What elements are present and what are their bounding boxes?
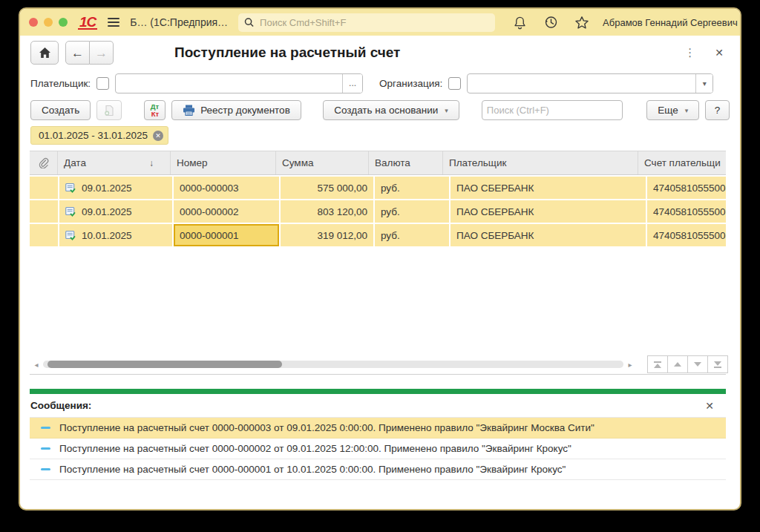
messages-list: Поступление на расчетный счет 0000-00000…: [30, 417, 726, 480]
payer-account-cell[interactable]: 4740581055500: [647, 177, 726, 199]
message-item[interactable]: Поступление на расчетный счет 0000-00000…: [30, 459, 726, 480]
scroll-left-icon[interactable]: ◂: [30, 361, 43, 369]
1c-logo: 1С: [78, 16, 97, 30]
search-icon: [244, 17, 254, 27]
payer-cell[interactable]: ПАО СБЕРБАНК: [451, 224, 646, 246]
attachment-cell[interactable]: [30, 200, 58, 223]
amount-cell[interactable]: 803 120,00: [281, 200, 373, 223]
payer-filter-checkbox[interactable]: [96, 77, 109, 90]
payer-cell[interactable]: ПАО СБЕРБАНК: [451, 200, 646, 223]
table-row-current[interactable]: 10.01.2025 0000-000001 319 012,00 руб. П…: [30, 224, 726, 246]
attachments-column-header[interactable]: [30, 151, 58, 174]
window-tab-label[interactable]: Б… (1С:Предприя…: [130, 16, 228, 28]
close-form-icon[interactable]: ✕: [709, 44, 730, 62]
column-header-payer-account[interactable]: Счет плательщи: [638, 151, 726, 174]
close-window-button[interactable]: [29, 18, 38, 27]
date-value: 09.01.2025: [82, 183, 132, 194]
number-cell[interactable]: 0000-000002: [174, 200, 279, 223]
dt-label: Дт: [151, 103, 159, 111]
message-item[interactable]: Поступление на расчетный счет 0000-00000…: [30, 439, 726, 459]
app-window: 1С Б… (1С:Предприя… Абрамов Генн: [19, 7, 741, 510]
column-header-date[interactable]: Дата ↓: [58, 151, 171, 174]
row-navigation-buttons: [647, 355, 728, 373]
help-button[interactable]: ?: [705, 100, 730, 120]
home-button[interactable]: [30, 41, 59, 65]
scroll-right-icon[interactable]: ▸: [623, 361, 637, 369]
org-filter-checkbox[interactable]: [448, 77, 461, 90]
currency-cell[interactable]: руб.: [375, 200, 449, 223]
column-header-payer[interactable]: Плательщик: [443, 151, 638, 174]
amount-cell[interactable]: 575 000,00: [281, 177, 373, 199]
copy-document-icon: [103, 105, 115, 116]
period-filter-label: 01.01.2025 - 31.01.2025: [39, 130, 148, 141]
forward-button[interactable]: →: [90, 41, 114, 65]
currency-cell[interactable]: руб.: [375, 224, 449, 246]
back-button[interactable]: ←: [65, 41, 90, 65]
titlebar-icons: [513, 15, 589, 30]
global-search[interactable]: [238, 13, 495, 32]
global-search-input[interactable]: [258, 16, 489, 29]
column-header-amount[interactable]: Сумма: [276, 151, 369, 174]
payer-filter-field: ...: [115, 73, 363, 93]
previous-row-button[interactable]: [668, 355, 688, 373]
go-to-last-row-button[interactable]: [708, 355, 728, 373]
notifications-bell-icon[interactable]: [513, 16, 527, 30]
document-register-button[interactable]: Реестр документов: [171, 100, 301, 120]
column-header-currency[interactable]: Валюта: [369, 151, 443, 174]
message-item-selected[interactable]: Поступление на расчетный счет 0000-00000…: [30, 417, 726, 439]
message-text: Поступление на расчетный счет 0000-00000…: [59, 443, 571, 454]
zoom-window-button[interactable]: [59, 18, 68, 27]
amount-cell[interactable]: 319 012,00: [281, 224, 373, 246]
minimize-window-button[interactable]: [44, 18, 53, 27]
posted-document-icon: [65, 230, 76, 240]
message-text: Поступление на расчетный счет 0000-00000…: [59, 464, 566, 475]
more-button[interactable]: Еще ▾: [646, 100, 699, 120]
history-icon[interactable]: [543, 15, 558, 30]
close-messages-icon[interactable]: ✕: [699, 397, 720, 415]
currency-cell[interactable]: руб.: [375, 177, 449, 199]
form-menu-kebab-icon[interactable]: ⋮: [678, 43, 701, 62]
date-cell[interactable]: 09.01.2025: [59, 177, 172, 199]
go-to-first-row-button[interactable]: [647, 355, 668, 373]
next-row-button[interactable]: [688, 355, 708, 373]
table-row[interactable]: 09.01.2025 0000-000003 575 000,00 руб. П…: [30, 177, 726, 199]
org-dropdown-button[interactable]: ▾: [695, 74, 712, 93]
nav-history-group: ← →: [65, 41, 114, 65]
date-cell[interactable]: 10.01.2025: [59, 224, 172, 246]
home-icon: [39, 47, 51, 59]
payer-lookup-button[interactable]: ...: [342, 74, 362, 93]
current-user[interactable]: Абрамов Геннадий Сергеевич: [603, 17, 738, 28]
period-filter-chip[interactable]: 01.01.2025 - 31.01.2025 ✕: [30, 126, 168, 145]
main-menu-icon[interactable]: [108, 18, 119, 27]
table-footer: ◂ ▸: [30, 356, 726, 375]
horizontal-scrollbar-thumb[interactable]: [48, 361, 282, 368]
posted-document-icon: [65, 206, 76, 217]
payer-filter-input[interactable]: [116, 74, 342, 93]
dt-kt-postings-button[interactable]: Дт Кт: [144, 100, 166, 120]
horizontal-scrollbar[interactable]: [43, 361, 623, 368]
number-cell-selected[interactable]: 0000-000001: [174, 224, 279, 246]
list-search-field: ×: [482, 100, 623, 120]
create-button[interactable]: Создать: [30, 100, 91, 120]
attachment-cell[interactable]: [30, 177, 58, 199]
create-based-on-button[interactable]: Создать на основании ▾: [323, 100, 459, 120]
list-search-input[interactable]: [482, 101, 622, 119]
payer-account-cell[interactable]: 4740581055500: [647, 200, 726, 223]
clear-search-button[interactable]: ×: [622, 101, 623, 119]
payer-cell[interactable]: ПАО СБЕРБАНК: [451, 177, 646, 199]
org-filter-input[interactable]: [468, 74, 695, 93]
message-bullet-icon: [41, 447, 50, 450]
payer-account-cell[interactable]: 4740581055500: [647, 224, 726, 246]
attachment-cell[interactable]: [30, 224, 58, 246]
messages-header: Сообщения: ✕: [20, 394, 740, 417]
remove-period-filter-icon[interactable]: ✕: [153, 131, 163, 141]
date-cell[interactable]: 09.01.2025: [59, 200, 172, 223]
copy-document-button[interactable]: [96, 100, 122, 120]
create-based-label: Создать на основании: [334, 105, 438, 116]
number-cell[interactable]: 0000-000003: [174, 177, 279, 199]
table-row[interactable]: 09.01.2025 0000-000002 803 120,00 руб. П…: [30, 200, 726, 223]
payer-filter-label: Плательщик:: [30, 78, 91, 89]
favorites-star-icon[interactable]: [574, 16, 589, 30]
column-header-number[interactable]: Номер: [171, 151, 276, 174]
printer-icon: [183, 105, 195, 116]
